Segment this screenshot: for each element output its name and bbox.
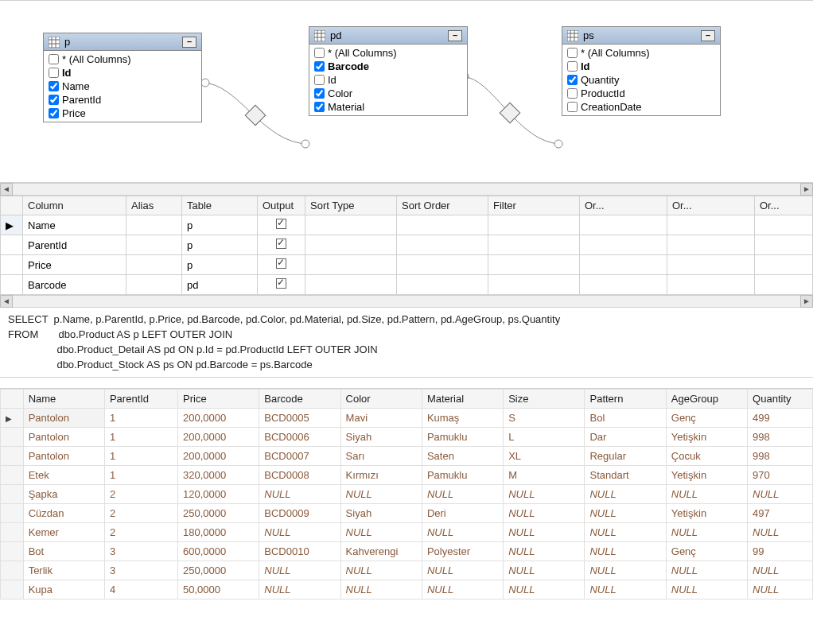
criteria-cell[interactable]	[305, 275, 397, 295]
criteria-cell[interactable]	[126, 215, 182, 235]
column-checkbox[interactable]	[49, 95, 59, 105]
criteria-row[interactable]: Barcodepd	[1, 275, 813, 295]
table-title-bar[interactable]: p –	[44, 33, 201, 51]
scroll-track[interactable]	[13, 295, 800, 308]
results-cell[interactable]: NULL	[422, 523, 503, 542]
results-cell[interactable]: Genç	[666, 409, 747, 428]
results-cell[interactable]: NULL	[340, 485, 422, 504]
results-cell[interactable]: NULL	[504, 580, 585, 599]
results-cell[interactable]: Etek	[23, 466, 104, 485]
results-row[interactable]: Pantolon1200,0000BCD0006SiyahPamukluLDar…	[1, 428, 813, 447]
criteria-cell[interactable]	[305, 235, 397, 255]
criteria-cell[interactable]: p	[182, 235, 258, 255]
results-cell[interactable]: Pantolon	[23, 447, 104, 466]
table-title-bar[interactable]: ps –	[562, 27, 720, 45]
column-checkbox[interactable]	[567, 61, 578, 72]
results-cell[interactable]: 2	[104, 504, 177, 523]
results-header[interactable]: ParentId	[104, 390, 177, 409]
criteria-cell[interactable]	[488, 275, 580, 295]
results-row[interactable]: Terlik3250,0000NULLNULLNULLNULLNULLNULLN…	[1, 561, 813, 580]
column-checkbox[interactable]	[49, 108, 59, 118]
results-row[interactable]: Etek1320,0000BCD0008KırmızıPamukluMStand…	[1, 466, 813, 485]
results-pane[interactable]: NameParentIdPriceBarcodeColorMaterialSiz…	[0, 389, 813, 599]
results-cell[interactable]: 1	[104, 409, 177, 428]
results-cell[interactable]: NULL	[259, 485, 340, 504]
table-title-bar[interactable]: pd –	[309, 27, 467, 45]
results-cell[interactable]: NULL	[585, 580, 666, 599]
criteria-row[interactable]: ▶Namep	[1, 215, 813, 235]
results-row[interactable]: Pantolon1200,0000BCD0005MaviKumaşSBolGen…	[1, 409, 813, 428]
criteria-row[interactable]: Pricep	[1, 255, 813, 275]
column-checkbox[interactable]	[567, 88, 578, 99]
criteria-cell[interactable]	[397, 255, 488, 275]
column-checkbox[interactable]	[567, 75, 578, 85]
results-header[interactable]: Price	[178, 390, 259, 409]
criteria-cell[interactable]	[126, 275, 182, 295]
results-cell[interactable]: NULL	[666, 580, 747, 599]
criteria-cell[interactable]	[755, 215, 813, 235]
column-row[interactable]: CreationDate	[562, 100, 720, 114]
column-row[interactable]: * (All Columns)	[309, 46, 467, 60]
results-cell[interactable]: NULL	[748, 523, 813, 542]
criteria-cell[interactable]: Price	[23, 255, 126, 275]
results-cell[interactable]: Pamuklu	[422, 466, 503, 485]
results-cell[interactable]: 250,0000	[178, 504, 259, 523]
results-cell[interactable]: NULL	[585, 561, 666, 580]
diagram-pane[interactable]: p – * (All Columns)IdNameParentIdPrice p…	[0, 0, 813, 183]
results-cell[interactable]: Kemer	[23, 523, 104, 542]
criteria-cell[interactable]	[258, 255, 305, 275]
column-row[interactable]: * (All Columns)	[44, 52, 201, 66]
criteria-cell[interactable]	[126, 235, 182, 255]
results-cell[interactable]: 3	[104, 561, 177, 580]
criteria-cell[interactable]	[755, 255, 813, 275]
criteria-cell[interactable]	[397, 275, 488, 295]
results-cell[interactable]: NULL	[259, 523, 340, 542]
results-cell[interactable]: 1	[104, 466, 177, 485]
criteria-cell[interactable]	[305, 255, 397, 275]
scroll-left-icon[interactable]: ◄	[0, 295, 13, 308]
criteria-cell[interactable]	[755, 235, 813, 255]
criteria-header[interactable]: Alias	[126, 196, 182, 215]
criteria-cell[interactable]	[667, 235, 755, 255]
diagram-table-ps[interactable]: ps – * (All Columns)IdQuantityProductIdC…	[562, 26, 721, 116]
results-cell[interactable]: Yetişkin	[666, 428, 747, 447]
results-cell[interactable]: NULL	[422, 561, 503, 580]
results-cell[interactable]: BCD0006	[259, 428, 340, 447]
criteria-header[interactable]: Column	[23, 196, 126, 215]
results-cell[interactable]: NULL	[422, 580, 503, 599]
results-cell[interactable]: NULL	[504, 561, 585, 580]
results-cell[interactable]: Siyah	[340, 428, 422, 447]
results-cell[interactable]: NULL	[748, 580, 813, 599]
results-row[interactable]: Bot3600,0000BCD0010KahverengiPolyesterNU…	[1, 542, 813, 561]
results-row[interactable]: Şapka2120,0000NULLNULLNULLNULLNULLNULLNU…	[1, 485, 813, 504]
column-checkbox[interactable]	[49, 54, 59, 64]
column-checkbox[interactable]	[49, 68, 59, 78]
results-cell[interactable]: Cüzdan	[23, 504, 104, 523]
criteria-header[interactable]: Filter	[488, 196, 580, 215]
results-cell[interactable]: NULL	[585, 542, 666, 561]
minimize-icon[interactable]: –	[182, 37, 196, 48]
results-cell[interactable]: Şapka	[23, 485, 104, 504]
results-cell[interactable]: NULL	[748, 561, 813, 580]
results-cell[interactable]: NULL	[666, 561, 747, 580]
criteria-cell[interactable]	[258, 215, 305, 235]
results-cell[interactable]: 1	[104, 447, 177, 466]
criteria-cell[interactable]	[580, 275, 667, 295]
column-checkbox[interactable]	[314, 88, 325, 99]
results-cell[interactable]: 600,0000	[178, 542, 259, 561]
column-row[interactable]: * (All Columns)	[562, 46, 720, 60]
results-cell[interactable]: NULL	[666, 485, 747, 504]
criteria-cell[interactable]	[488, 235, 580, 255]
results-cell[interactable]: XL	[504, 447, 585, 466]
results-row[interactable]: Pantolon1200,0000BCD0007SarıSatenXLRegul…	[1, 447, 813, 466]
results-cell[interactable]: Yetişkin	[666, 466, 747, 485]
results-cell[interactable]: Sarı	[340, 447, 422, 466]
minimize-icon[interactable]: –	[701, 30, 715, 41]
column-row[interactable]: Id	[309, 73, 467, 87]
results-cell[interactable]: 200,0000	[178, 428, 259, 447]
results-cell[interactable]: NULL	[504, 485, 585, 504]
column-row[interactable]: ProductId	[562, 87, 720, 100]
scroll-right-icon[interactable]: ►	[800, 295, 813, 308]
criteria-row[interactable]: ParentIdp	[1, 235, 813, 255]
results-cell[interactable]: Kumaş	[422, 409, 503, 428]
